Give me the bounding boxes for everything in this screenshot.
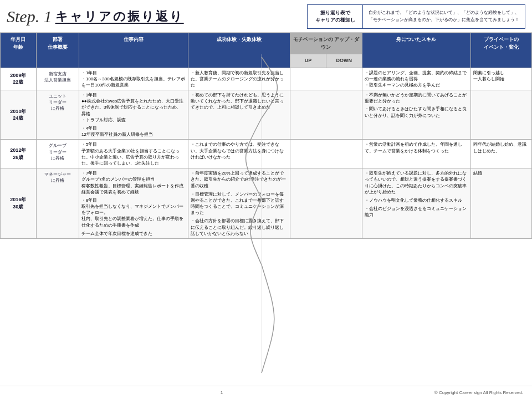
header-box-right: 自分がこれまで、「どのような状況にいて」、「どのような経験をして」、 「モチベー… [363,5,525,28]
cell-work-2009: ・1年目 ・100名～300名規模の既存取引先を担当。テレアポを一日100件の新… [79,68,188,90]
cell-private-2012: 同年代が結婚し始め、意識しはじめた。 [471,140,532,168]
cell-mochi-up-2016 [290,168,362,239]
header: Step. 1 キャリアの振り返り 振り返り表で キャリアの棚卸し 自分がこれま… [0,0,532,33]
cell-date-2009: 2009年22歳 [1,68,37,90]
footer: 1 © Copyright Career sign All Rights Res… [0,386,532,399]
col-header-private: プライベートの イベント・変化 [471,33,532,68]
col-header-up: UP [290,54,326,68]
table-row: 2009年22歳 新宿支店法人営業担当 ・1年目 ・100名～300名規模の既存… [1,68,532,90]
page-title: キャリアの振り返り [55,8,184,25]
cell-date-2016: 2016年30歳 [1,168,37,239]
cell-skill-2012: ・営業の活動計画を初めて作成した。年間を通して、チームで営業をかける体制をつくっ… [362,140,471,168]
header-info-box: 振り返り表で キャリアの棚卸し 自分がこれまで、「どのような状況にいて」、「どの… [307,4,525,29]
cell-skill-2016: ・取引先が抱えている課題に対し、多方的外れになってもいいので、相対と違う提案をす… [362,168,471,239]
col-header-down: DOWN [326,54,362,68]
col-header-position: 部署 仕事概要 [36,33,79,68]
cell-position-2010: ユニットリーダーに昇格 [36,90,79,140]
cell-private-2009: 閑素に引っ越し一人暮らし開始 [471,68,532,90]
cell-date-2012: 2012年26歳 [1,140,37,168]
col-header-exp: 成功体験・失敗体験 [188,33,290,68]
career-table: 年月日 年齢 部署 仕事概要 仕事内容 成功体験・失敗体験 モチベーションの ア… [0,33,532,239]
footer-copyright: © Copyright Career sign All Rights Reser… [434,390,523,395]
header-box-left: 振り返り表で キャリアの棚卸し [308,5,363,28]
cell-mochi-up-2009 [290,68,362,90]
cell-private-2010 [471,90,532,140]
cell-exp-2016: ・前年度実績を20%上回って達成することができた。取引先からの紹介で3社受注でき… [188,168,290,239]
footer-page: 1 [9,390,434,395]
cell-position-2016: マネージャーに昇格 [36,168,79,239]
cell-skill-2010: ・不満が無いかどうか定期的に聞いてあげることが重要だと分かった ・聞いてあげると… [362,90,471,140]
col-header-date: 年月日 年齢 [1,33,37,68]
cell-work-2016: ・7年目 グループ7名のメンバーの管理を担当稼客数性報告、目標管理、実績報告レポ… [79,168,188,239]
table-row: 2016年30歳 マネージャーに昇格 ・7年目 グループ7名のメンバーの管理を担… [1,168,532,239]
col-header-mochi: モチベーションの アップ・ダウン [290,33,362,54]
cell-exp-2010: ・初めての部下を持てたけれども、思うように動いてくれなかった。部下が退職したいと… [188,90,290,140]
cell-date-2010: 2010年24歳 [1,90,37,140]
cell-mochi-up-2012 [290,140,362,168]
cell-skill-2009: ・課題のヒアリング、企画、提案、契約の締結までの一連の業務の流れを習得 ・取引先… [362,68,471,90]
cell-private-2016: 結婚 [471,168,532,239]
cell-position-2009: 新宿支店法人営業担当 [36,68,79,90]
step-label: Step. 1 [7,7,52,26]
cell-exp-2009: ・新人教育後、同期で初の新規取引先を担当した。営業チームのクロージングの流れが分… [188,68,290,90]
cell-exp-2012: ・これまでの仕事のやり方では、受注できない。大手企業ならではの営業方法を身につけ… [188,140,290,168]
cell-work-2012: ・5年目 予算額のある大手企業10社を担当することになった。中小企業と違い、広告… [79,140,188,168]
table-row: 2012年26歳 グループリーダーに昇格 ・5年目 予算額のある大手企業10社を… [1,140,532,168]
cell-mochi-up-2010 [290,90,362,140]
cell-work-2010: ・3年目 ●●株式会社のweb広告予算をとれたため、大口受注ができた。3名体制で… [79,90,188,140]
table-row: 2010年24歳 ユニットリーダーに昇格 ・3年目 ●●株式会社のweb広告予算… [1,90,532,140]
col-header-skill: 身についたスキル [362,33,471,68]
col-header-work: 仕事内容 [79,33,188,68]
cell-position-2012: グループリーダーに昇格 [36,140,79,168]
